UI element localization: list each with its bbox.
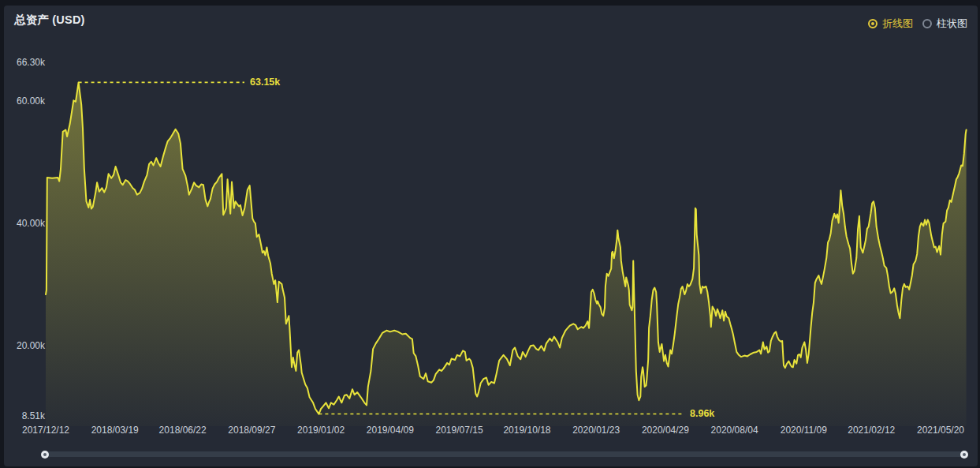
x-axis-label: 2017/12/12 bbox=[22, 425, 69, 436]
min-marker-label: 8.96k bbox=[690, 408, 714, 419]
y-axis-label: 60.00k bbox=[17, 95, 46, 107]
radio-unselected-icon bbox=[922, 19, 932, 28]
legend-option-label: 柱状图 bbox=[937, 17, 967, 31]
legend-option-bar-chart[interactable]: 柱状图 bbox=[922, 17, 967, 31]
handle-dot-icon bbox=[43, 453, 47, 456]
x-axis-label: 2019/10/18 bbox=[503, 425, 550, 436]
x-axis-label: 2020/01/23 bbox=[572, 425, 620, 436]
legend-option-label: 折线图 bbox=[882, 17, 913, 31]
y-axis-label: 8.51k bbox=[22, 410, 46, 421]
x-axis-label: 2020/11/09 bbox=[781, 425, 827, 436]
x-axis-label: 2018/09/27 bbox=[228, 425, 275, 436]
radio-selected-icon bbox=[868, 19, 878, 28]
legend-option-line-chart[interactable]: 折线图 bbox=[868, 17, 913, 31]
x-axis-label: 2021/05/20 bbox=[917, 425, 964, 436]
y-axis-label: 66.30k bbox=[17, 57, 46, 68]
series-area bbox=[46, 82, 967, 426]
chart-range-scrollbar-track[interactable] bbox=[45, 451, 964, 457]
max-marker-label: 63.15k bbox=[250, 77, 280, 88]
x-axis-label: 2018/06/22 bbox=[159, 425, 207, 436]
x-axis-label: 2019/01/02 bbox=[297, 425, 345, 436]
x-axis-label: 2019/04/09 bbox=[367, 425, 414, 436]
x-axis-label: 2018/03/19 bbox=[91, 425, 139, 436]
chart-type-legend: 折线图 柱状图 bbox=[868, 17, 967, 31]
y-axis-label: 20.00k bbox=[17, 340, 46, 351]
x-axis-label: 2020/04/29 bbox=[642, 425, 689, 436]
x-axis-label: 2019/07/15 bbox=[436, 425, 483, 436]
scrollbar-right-handle[interactable] bbox=[960, 451, 968, 459]
scrollbar-left-handle[interactable] bbox=[41, 451, 49, 459]
asset-chart-widget: 66.30k60.00k40.00k20.00k8.51k2017/12/122… bbox=[0, 0, 980, 468]
handle-dot-icon bbox=[963, 453, 966, 456]
chart-canvas[interactable]: 66.30k60.00k40.00k20.00k8.51k2017/12/122… bbox=[0, 0, 980, 468]
x-axis-label: 2020/08/04 bbox=[711, 425, 758, 436]
x-axis-label: 2021/02/12 bbox=[848, 425, 895, 436]
y-axis-label: 40.00k bbox=[17, 218, 46, 229]
page-title: 总资产 (USD) bbox=[14, 13, 85, 28]
